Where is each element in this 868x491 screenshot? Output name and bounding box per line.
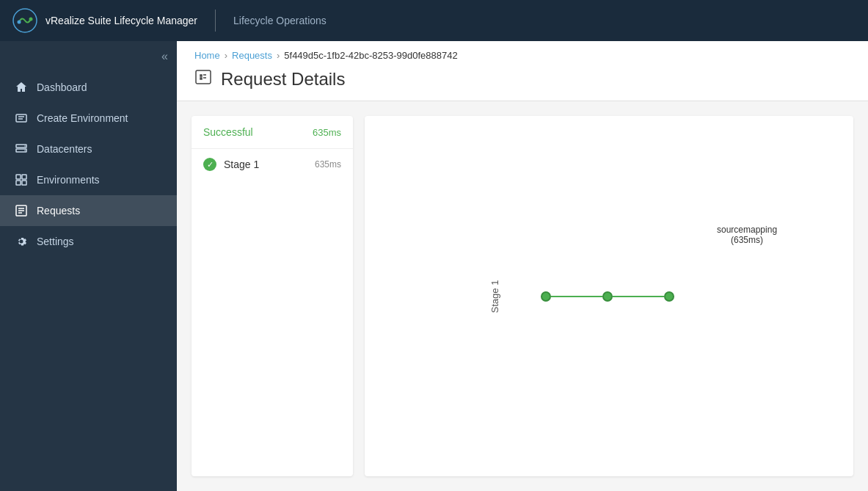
content-area: Home › Requests › 5f449d5c-1fb2-42bc-825… xyxy=(177,41,868,491)
sidebar-nav: Dashboard Create Environment xyxy=(0,72,177,491)
breadcrumb-requests[interactable]: Requests xyxy=(232,50,272,61)
stage-left: Stage 1 xyxy=(203,158,259,171)
sidebar-item-settings[interactable]: Settings xyxy=(0,226,177,257)
datacenter-icon xyxy=(15,142,28,156)
svg-point-1 xyxy=(18,21,21,24)
sidebar-label-datacenters: Datacenters xyxy=(37,143,92,155)
stage-name: Stage 1 xyxy=(224,159,259,170)
svg-rect-13 xyxy=(22,181,26,185)
breadcrumb-home[interactable]: Home xyxy=(194,50,220,61)
breadcrumb-sep-1: › xyxy=(225,50,227,61)
sidebar-label-settings: Settings xyxy=(37,236,74,247)
svg-point-2 xyxy=(29,18,33,21)
pipeline-node-1 xyxy=(541,291,551,302)
app-header: vRealize Suite Lifecycle Manager Lifecyc… xyxy=(0,0,868,41)
stage-success-icon xyxy=(203,158,216,171)
sidebar-label-dashboard: Dashboard xyxy=(37,81,87,93)
request-detail-icon xyxy=(194,68,212,90)
diagram-area: sourcemapping (635ms) Stage 1 xyxy=(365,116,853,476)
app-title: vRealize Suite Lifecycle Manager xyxy=(45,15,197,26)
main-layout: « Dashboard Create xyxy=(0,41,868,491)
total-duration: 635ms xyxy=(313,127,341,138)
header-nav-label: Lifecycle Operations xyxy=(233,15,327,26)
stage-1-item[interactable]: Stage 1 635ms xyxy=(192,149,353,180)
tooltip-name: sourcemapping xyxy=(717,225,777,235)
content-body: Successful 635ms Stage 1 635ms sourcemap xyxy=(177,101,868,491)
breadcrumb: Home › Requests › 5f449d5c-1fb2-42bc-825… xyxy=(194,50,850,61)
create-icon xyxy=(15,112,28,125)
header-divider xyxy=(215,10,216,32)
stage-diagram-label: Stage 1 xyxy=(489,280,500,313)
sidebar-item-requests[interactable]: Requests xyxy=(0,195,177,226)
sidebar-item-create-environment[interactable]: Create Environment xyxy=(0,103,177,134)
svg-point-9 xyxy=(24,150,26,151)
svg-rect-12 xyxy=(16,181,21,185)
breadcrumb-sep-2: › xyxy=(277,50,280,61)
svg-point-8 xyxy=(24,145,26,147)
page-title-row: Request Details xyxy=(194,68,850,101)
svg-rect-18 xyxy=(196,70,211,84)
sidebar-item-environments[interactable]: Environments xyxy=(0,164,177,195)
app-logo: vRealize Suite Lifecycle Manager xyxy=(12,7,197,34)
pipeline-node-3 xyxy=(664,291,674,302)
sidebar-item-dashboard[interactable]: Dashboard xyxy=(0,72,177,103)
sidebar-label-create-environment: Create Environment xyxy=(37,112,128,124)
page-title: Request Details xyxy=(221,69,345,90)
sidebar-collapse-button[interactable]: « xyxy=(161,50,168,63)
app-logo-icon xyxy=(12,7,38,34)
home-icon xyxy=(15,81,28,94)
svg-rect-11 xyxy=(22,175,26,179)
left-panel-header: Successful 635ms xyxy=(192,116,353,149)
content-header: Home › Requests › 5f449d5c-1fb2-42bc-825… xyxy=(177,41,868,101)
svg-rect-10 xyxy=(16,175,21,179)
list-icon xyxy=(15,204,28,217)
breadcrumb-request-id: 5f449d5c-1fb2-42bc-8253-99d0fe888742 xyxy=(284,50,457,61)
gear-icon xyxy=(15,235,28,248)
pipeline xyxy=(541,291,674,302)
svg-rect-3 xyxy=(16,114,26,122)
stage-duration: 635ms xyxy=(315,159,341,170)
left-panel: Successful 635ms Stage 1 635ms xyxy=(192,116,353,476)
tooltip-duration: (635ms) xyxy=(717,235,777,245)
sidebar-label-requests: Requests xyxy=(37,205,80,217)
sidebar-item-datacenters[interactable]: Datacenters xyxy=(0,134,177,164)
node-tooltip: sourcemapping (635ms) xyxy=(717,225,777,245)
sidebar-collapse-area: « xyxy=(0,41,177,72)
pipeline-line-2 xyxy=(613,296,664,297)
pipeline-node-2 xyxy=(602,291,613,302)
sidebar-label-environments: Environments xyxy=(37,174,100,186)
pipeline-line-1 xyxy=(551,296,602,297)
stage-diagram: sourcemapping (635ms) Stage 1 xyxy=(365,116,853,476)
grid-icon xyxy=(15,173,28,186)
status-label: Successful xyxy=(203,126,253,138)
sidebar: « Dashboard Create xyxy=(0,41,177,491)
